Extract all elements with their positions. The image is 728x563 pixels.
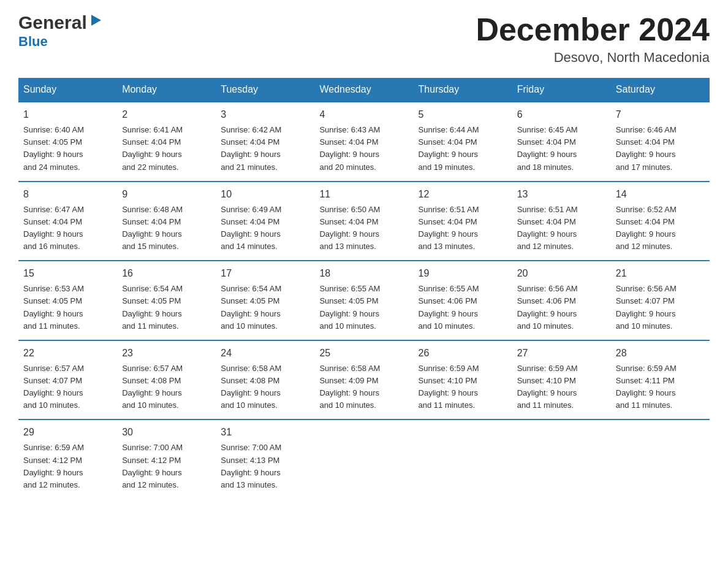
calendar-cell: 31 Sunrise: 7:00 AMSunset: 4:13 PMDaylig…	[216, 419, 314, 499]
calendar-cell: 13 Sunrise: 6:51 AMSunset: 4:04 PMDaylig…	[512, 182, 611, 261]
day-info: Sunrise: 6:53 AMSunset: 4:05 PMDaylight:…	[23, 283, 112, 332]
logo: General Blue	[18, 12, 102, 49]
calendar-cell	[314, 419, 413, 499]
weekday-header-row: SundayMondayTuesdayWednesdayThursdayFrid…	[18, 78, 710, 102]
title-block: December 2024 Desovo, North Macedonia	[476, 12, 710, 66]
calendar-cell: 12 Sunrise: 6:51 AMSunset: 4:04 PMDaylig…	[414, 182, 512, 261]
day-info: Sunrise: 6:58 AMSunset: 4:08 PMDaylight:…	[221, 362, 309, 412]
day-info: Sunrise: 6:40 AMSunset: 4:05 PMDaylight:…	[23, 124, 112, 174]
day-info: Sunrise: 6:59 AMSunset: 4:10 PMDaylight:…	[517, 362, 606, 412]
day-info: Sunrise: 6:43 AMSunset: 4:04 PMDaylight:…	[319, 124, 408, 174]
day-info: Sunrise: 6:59 AMSunset: 4:12 PMDaylight:…	[23, 442, 112, 491]
calendar-cell: 3 Sunrise: 6:42 AMSunset: 4:04 PMDayligh…	[216, 102, 314, 182]
day-number: 1	[23, 107, 112, 122]
calendar-cell: 2 Sunrise: 6:41 AMSunset: 4:04 PMDayligh…	[117, 102, 216, 182]
calendar-cell: 25 Sunrise: 6:58 AMSunset: 4:09 PMDaylig…	[314, 340, 413, 420]
logo-blue-text: Blue	[18, 34, 102, 49]
weekday-header-friday: Friday	[512, 78, 611, 102]
day-number: 30	[122, 425, 211, 440]
logo-general-text: General	[18, 12, 87, 34]
day-info: Sunrise: 6:46 AMSunset: 4:04 PMDaylight:…	[616, 124, 705, 174]
day-info: Sunrise: 7:00 AMSunset: 4:12 PMDaylight:…	[122, 442, 211, 491]
day-info: Sunrise: 6:58 AMSunset: 4:09 PMDaylight:…	[319, 362, 408, 412]
weekday-header-sunday: Sunday	[18, 78, 117, 102]
day-info: Sunrise: 6:57 AMSunset: 4:07 PMDaylight:…	[23, 362, 112, 412]
calendar-cell	[414, 419, 512, 499]
day-number: 26	[419, 346, 507, 361]
location-subtitle: Desovo, North Macedonia	[476, 50, 710, 66]
day-number: 8	[23, 187, 112, 202]
day-info: Sunrise: 6:59 AMSunset: 4:11 PMDaylight:…	[616, 362, 705, 412]
day-number: 22	[23, 346, 112, 361]
calendar-cell: 5 Sunrise: 6:44 AMSunset: 4:04 PMDayligh…	[414, 102, 512, 182]
weekday-header-monday: Monday	[117, 78, 216, 102]
weekday-header-thursday: Thursday	[414, 78, 512, 102]
calendar-cell: 10 Sunrise: 6:49 AMSunset: 4:04 PMDaylig…	[216, 182, 314, 261]
day-info: Sunrise: 6:50 AMSunset: 4:04 PMDaylight:…	[319, 204, 408, 253]
day-info: Sunrise: 6:48 AMSunset: 4:04 PMDaylight:…	[122, 204, 211, 253]
calendar-cell: 6 Sunrise: 6:45 AMSunset: 4:04 PMDayligh…	[512, 102, 611, 182]
day-info: Sunrise: 7:00 AMSunset: 4:13 PMDaylight:…	[221, 442, 309, 491]
day-number: 5	[419, 107, 507, 122]
day-info: Sunrise: 6:59 AMSunset: 4:10 PMDaylight:…	[419, 362, 507, 412]
svg-marker-0	[91, 15, 101, 26]
day-info: Sunrise: 6:45 AMSunset: 4:04 PMDaylight:…	[517, 124, 606, 174]
day-info: Sunrise: 6:51 AMSunset: 4:04 PMDaylight:…	[517, 204, 606, 253]
calendar-cell: 4 Sunrise: 6:43 AMSunset: 4:04 PMDayligh…	[314, 102, 413, 182]
day-info: Sunrise: 6:41 AMSunset: 4:04 PMDaylight:…	[122, 124, 211, 174]
calendar-cell: 29 Sunrise: 6:59 AMSunset: 4:12 PMDaylig…	[18, 419, 117, 499]
day-number: 13	[517, 187, 606, 202]
day-info: Sunrise: 6:56 AMSunset: 4:06 PMDaylight:…	[517, 283, 606, 332]
day-info: Sunrise: 6:55 AMSunset: 4:06 PMDaylight:…	[419, 283, 507, 332]
day-number: 29	[23, 425, 112, 440]
day-number: 9	[122, 187, 211, 202]
calendar-cell: 30 Sunrise: 7:00 AMSunset: 4:12 PMDaylig…	[117, 419, 216, 499]
day-number: 4	[319, 107, 408, 122]
day-info: Sunrise: 6:51 AMSunset: 4:04 PMDaylight:…	[419, 204, 507, 253]
week-row-4: 22 Sunrise: 6:57 AMSunset: 4:07 PMDaylig…	[18, 340, 710, 420]
day-info: Sunrise: 6:42 AMSunset: 4:04 PMDaylight:…	[221, 124, 309, 174]
day-number: 16	[122, 266, 211, 281]
day-number: 10	[221, 187, 309, 202]
calendar-cell	[512, 419, 611, 499]
day-info: Sunrise: 6:54 AMSunset: 4:05 PMDaylight:…	[122, 283, 211, 332]
day-number: 12	[419, 187, 507, 202]
day-number: 14	[616, 187, 705, 202]
day-info: Sunrise: 6:57 AMSunset: 4:08 PMDaylight:…	[122, 362, 211, 412]
calendar-cell: 21 Sunrise: 6:56 AMSunset: 4:07 PMDaylig…	[611, 261, 710, 340]
calendar-cell: 19 Sunrise: 6:55 AMSunset: 4:06 PMDaylig…	[414, 261, 512, 340]
day-number: 20	[517, 266, 606, 281]
day-info: Sunrise: 6:55 AMSunset: 4:05 PMDaylight:…	[319, 283, 408, 332]
calendar-cell: 27 Sunrise: 6:59 AMSunset: 4:10 PMDaylig…	[512, 340, 611, 420]
calendar-cell: 1 Sunrise: 6:40 AMSunset: 4:05 PMDayligh…	[18, 102, 117, 182]
day-info: Sunrise: 6:54 AMSunset: 4:05 PMDaylight:…	[221, 283, 309, 332]
day-info: Sunrise: 6:49 AMSunset: 4:04 PMDaylight:…	[221, 204, 309, 253]
calendar-cell: 24 Sunrise: 6:58 AMSunset: 4:08 PMDaylig…	[216, 340, 314, 420]
week-row-5: 29 Sunrise: 6:59 AMSunset: 4:12 PMDaylig…	[18, 419, 710, 499]
calendar-cell: 26 Sunrise: 6:59 AMSunset: 4:10 PMDaylig…	[414, 340, 512, 420]
weekday-header-wednesday: Wednesday	[314, 78, 413, 102]
calendar-cell: 18 Sunrise: 6:55 AMSunset: 4:05 PMDaylig…	[314, 261, 413, 340]
day-info: Sunrise: 6:44 AMSunset: 4:04 PMDaylight:…	[419, 124, 507, 174]
page-header: General Blue December 2024 Desovo, North…	[18, 12, 710, 66]
day-number: 17	[221, 266, 309, 281]
calendar-cell: 28 Sunrise: 6:59 AMSunset: 4:11 PMDaylig…	[611, 340, 710, 420]
day-number: 23	[122, 346, 211, 361]
day-number: 19	[419, 266, 507, 281]
day-number: 27	[517, 346, 606, 361]
calendar-cell: 16 Sunrise: 6:54 AMSunset: 4:05 PMDaylig…	[117, 261, 216, 340]
week-row-1: 1 Sunrise: 6:40 AMSunset: 4:05 PMDayligh…	[18, 102, 710, 182]
calendar-cell: 15 Sunrise: 6:53 AMSunset: 4:05 PMDaylig…	[18, 261, 117, 340]
day-number: 28	[616, 346, 705, 361]
day-number: 3	[221, 107, 309, 122]
calendar-cell: 14 Sunrise: 6:52 AMSunset: 4:04 PMDaylig…	[611, 182, 710, 261]
calendar-table: SundayMondayTuesdayWednesdayThursdayFrid…	[18, 78, 710, 499]
calendar-cell: 23 Sunrise: 6:57 AMSunset: 4:08 PMDaylig…	[117, 340, 216, 420]
day-number: 18	[319, 266, 408, 281]
day-info: Sunrise: 6:52 AMSunset: 4:04 PMDaylight:…	[616, 204, 705, 253]
calendar-cell: 9 Sunrise: 6:48 AMSunset: 4:04 PMDayligh…	[117, 182, 216, 261]
calendar-cell: 11 Sunrise: 6:50 AMSunset: 4:04 PMDaylig…	[314, 182, 413, 261]
day-number: 7	[616, 107, 705, 122]
calendar-cell: 17 Sunrise: 6:54 AMSunset: 4:05 PMDaylig…	[216, 261, 314, 340]
calendar-cell: 22 Sunrise: 6:57 AMSunset: 4:07 PMDaylig…	[18, 340, 117, 420]
